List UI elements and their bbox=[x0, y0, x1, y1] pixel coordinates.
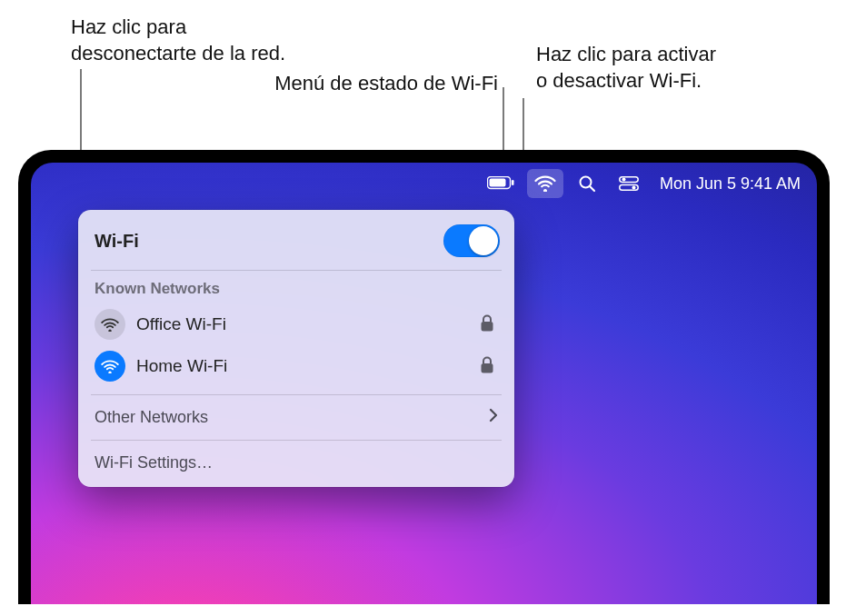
lock-icon bbox=[480, 314, 498, 334]
chevron-right-icon bbox=[489, 408, 498, 427]
svg-rect-9 bbox=[482, 322, 493, 332]
spotlight-search-icon[interactable] bbox=[569, 169, 605, 198]
wifi-panel-title: Wi-Fi bbox=[95, 231, 139, 252]
control-center-icon[interactable] bbox=[611, 169, 647, 198]
wifi-settings-label: Wi-Fi Settings… bbox=[95, 453, 213, 472]
callout-toggle: Haz clic para activaro desactivar Wi-Fi. bbox=[536, 42, 809, 94]
device-frame: Mon Jun 5 9:41 AM Wi-Fi Known Networks bbox=[18, 150, 830, 604]
divider bbox=[91, 440, 502, 441]
desktop-wallpaper: Mon Jun 5 9:41 AM Wi-Fi Known Networks bbox=[31, 163, 817, 604]
svg-rect-10 bbox=[482, 363, 493, 373]
wifi-icon bbox=[95, 309, 125, 340]
menubar: Mon Jun 5 9:41 AM bbox=[31, 163, 817, 204]
wifi-panel-header: Wi-Fi bbox=[91, 219, 502, 268]
svg-point-8 bbox=[632, 185, 635, 189]
divider bbox=[91, 394, 502, 395]
wifi-status-menu-icon[interactable] bbox=[527, 169, 563, 198]
battery-icon[interactable] bbox=[480, 169, 522, 198]
svg-line-4 bbox=[590, 186, 594, 191]
wifi-menu-panel: Wi-Fi Known Networks Office Wi-Fi bbox=[78, 210, 514, 487]
divider bbox=[91, 270, 502, 271]
network-name-label: Office Wi-Fi bbox=[136, 314, 469, 334]
network-row-home[interactable]: Home Wi-Fi bbox=[91, 345, 502, 387]
svg-rect-2 bbox=[512, 180, 514, 185]
wifi-icon bbox=[95, 351, 125, 382]
wifi-toggle-switch[interactable] bbox=[443, 224, 500, 257]
svg-rect-1 bbox=[489, 179, 505, 187]
network-name-label: Home Wi-Fi bbox=[136, 356, 469, 376]
menubar-datetime[interactable]: Mon Jun 5 9:41 AM bbox=[652, 174, 808, 194]
svg-point-6 bbox=[622, 178, 625, 182]
wifi-settings-row[interactable]: Wi-Fi Settings… bbox=[91, 442, 502, 483]
callout-status-menu: Menú de estado de Wi-Fi bbox=[225, 71, 498, 97]
other-networks-label: Other Networks bbox=[95, 408, 208, 427]
toggle-knob bbox=[469, 226, 498, 255]
other-networks-row[interactable]: Other Networks bbox=[91, 397, 502, 438]
known-networks-label: Known Networks bbox=[91, 273, 502, 303]
network-row-office[interactable]: Office Wi-Fi bbox=[91, 303, 502, 345]
lock-icon bbox=[480, 356, 498, 376]
callout-disconnect: Haz clic paradesconectarte de la red. bbox=[71, 15, 343, 66]
